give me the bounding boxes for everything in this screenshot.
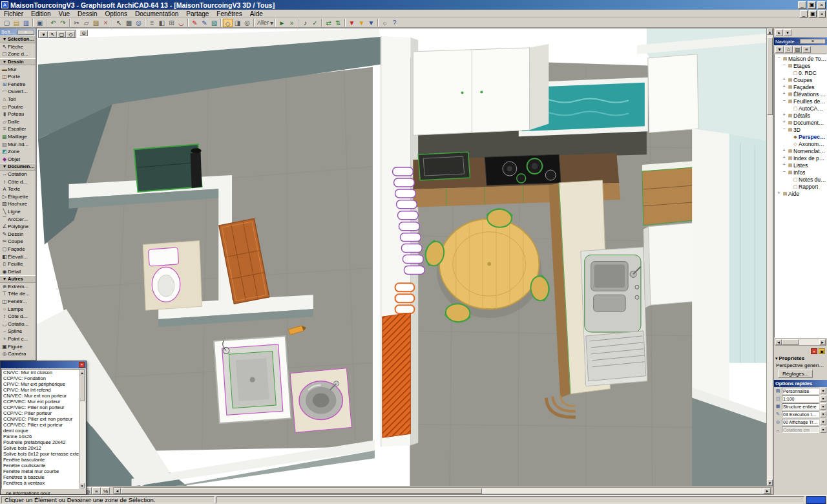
quick-option-dropdown[interactable]: Cotations cm xyxy=(782,426,819,433)
tree-expander-icon[interactable]: + xyxy=(781,162,787,168)
palette-row[interactable]: Panne 14x26 xyxy=(2,434,79,439)
label-tool[interactable]: ▷ Étiquette xyxy=(0,193,36,200)
section-tool[interactable]: ✂ Coupe xyxy=(0,238,36,246)
voice[interactable]: ♪ xyxy=(300,19,310,27)
hatch-tool[interactable]: ▨ Hachure xyxy=(0,200,36,208)
tree-expander-icon[interactable]: − xyxy=(781,98,787,104)
palette-row[interactable]: Solive bois 20x12 xyxy=(2,445,79,451)
navigator-header[interactable]: Navigateur - Plan du... × xyxy=(774,37,827,45)
palette-row[interactable]: demi coque xyxy=(2,428,79,434)
wall-head-tool[interactable]: ⊤ Tête de... xyxy=(0,290,36,298)
angle-dim-tool[interactable]: ◡ Cotatio... xyxy=(0,320,36,328)
go-dropdown[interactable]: Aller▾ xyxy=(256,19,273,27)
chevron-down-icon[interactable]: ▾ xyxy=(820,395,826,402)
select[interactable]: ↖ xyxy=(114,19,124,27)
tree-item[interactable]: + ▤ Documents 3D xyxy=(775,119,826,126)
chevron-down-icon[interactable]: ▾ xyxy=(820,403,826,410)
tree-item[interactable]: + ▤ Nomenclatures xyxy=(775,147,826,154)
object-tool[interactable]: ◆ Objet xyxy=(0,156,36,163)
palette-row[interactable]: CCN/VEC: Pilier ext non porteur xyxy=(2,416,79,422)
layout-mini[interactable]: ≡ xyxy=(92,487,101,494)
confirm[interactable]: ✓ xyxy=(310,19,320,27)
walk[interactable]: ► xyxy=(277,19,287,27)
menu-item[interactable]: Fenêtres xyxy=(213,10,246,17)
viewport-vscrollbar[interactable]: ▲ ▼ xyxy=(766,28,773,486)
scroll-left-icon[interactable]: ◄ xyxy=(775,339,782,345)
menu-item[interactable]: Dessin xyxy=(74,10,101,17)
toilet[interactable] xyxy=(143,241,202,311)
chevron-down-icon[interactable]: ▾ xyxy=(820,388,826,394)
cut[interactable]: ✂ xyxy=(72,19,81,27)
tree-expander-icon[interactable]: + xyxy=(781,77,787,83)
vscroll-thumb[interactable] xyxy=(767,37,773,115)
palette-row[interactable]: Fenêtres à bascule xyxy=(2,474,79,480)
line-tool[interactable]: ╲ Ligne xyxy=(0,208,36,216)
palette-row[interactable]: Fenêtre coulissante xyxy=(2,463,79,468)
navigator-hscrollbar[interactable]: ◄ ► xyxy=(775,339,826,346)
tree-expander-icon[interactable]: + xyxy=(781,91,787,97)
toolbar-icon[interactable] xyxy=(32,19,34,26)
tree-item[interactable]: + ▤ Détails xyxy=(775,112,826,119)
arc-tool[interactable]: ⌒ ArcCer... xyxy=(0,215,36,223)
section-view[interactable]: ◨ xyxy=(233,19,242,27)
cooktop[interactable] xyxy=(485,154,561,185)
beam-tool[interactable]: ▭ Poutre xyxy=(0,103,36,110)
fly[interactable]: » xyxy=(287,19,297,27)
detail-tool[interactable]: ◉ Détail xyxy=(0,268,36,275)
home-view[interactable]: ⌂ xyxy=(784,46,793,53)
3d-scene[interactable] xyxy=(37,28,767,487)
viewport-refresh-button[interactable]: ⊙ xyxy=(79,30,88,36)
open[interactable]: ▤ xyxy=(12,19,21,27)
mesh-tool[interactable]: ▦ Maillage xyxy=(0,133,36,141)
tree-expander-icon[interactable]: − xyxy=(781,169,787,175)
palette-row[interactable]: CCP/VEC: Mur ext porteur xyxy=(2,399,79,404)
project-chooser[interactable]: ▾ xyxy=(775,46,784,53)
palette-row[interactable]: CN/VC: Mur int cloison xyxy=(2,370,79,375)
magnet[interactable]: ◡ xyxy=(176,19,186,27)
text-tool[interactable]: A Texte xyxy=(0,185,36,193)
slab-tool[interactable]: ▱ Dalle xyxy=(0,118,36,126)
tree-item[interactable]: − ▤ Maison de Tourcoing xyxy=(775,55,826,62)
wall-end-tool[interactable]: ⊕ Extrém... xyxy=(0,283,36,291)
toolbar-icon[interactable] xyxy=(69,19,70,26)
facade-tool[interactable]: ◻ Façade xyxy=(0,246,36,253)
palette-row[interactable]: CCP/VEC: Pilier ext porteur xyxy=(2,422,79,428)
toolbar-icon[interactable] xyxy=(275,19,276,26)
toolbox-tool[interactable]: ▾ Dessin xyxy=(0,58,36,66)
zone-tool[interactable]: ◩ Zone xyxy=(0,148,36,156)
toolbar-icon[interactable] xyxy=(187,19,189,26)
zoom-level-mini[interactable]: % xyxy=(101,487,110,494)
scroll-down-icon[interactable]: ▼ xyxy=(767,479,773,486)
tree-item[interactable]: − ▤ Etages xyxy=(775,62,826,69)
save[interactable]: ▥ xyxy=(21,19,31,27)
tree-expander-icon[interactable]: − xyxy=(776,56,782,61)
nav-hscroll-thumb[interactable] xyxy=(782,339,799,345)
camera-tool[interactable]: ◎ Caméra xyxy=(0,350,36,358)
toolbar-icon[interactable] xyxy=(377,19,379,26)
quick-option-dropdown[interactable]: 1:100 xyxy=(782,395,819,402)
wall-cabinet-right[interactable] xyxy=(642,161,695,226)
scroll-up-icon[interactable]: ▲ xyxy=(79,370,85,375)
quick-option-dropdown[interactable]: 03 Exécution Impression xyxy=(782,411,819,417)
drawing-tool[interactable]: ✎ Dessin xyxy=(0,230,36,238)
tree-item[interactable]: − ▤ Feuilles de travail xyxy=(775,98,826,105)
teamwork-send[interactable]: ⇄ xyxy=(324,19,333,27)
new[interactable]: ▢ xyxy=(2,19,12,27)
map-view[interactable]: ▤ xyxy=(793,46,802,53)
toolbox-tool[interactable]: ▾ Autres xyxy=(0,275,36,283)
paste[interactable]: ▨ xyxy=(91,19,101,27)
shower[interactable] xyxy=(214,336,291,423)
toolbar-icon[interactable] xyxy=(321,19,322,26)
toolbar-icon[interactable] xyxy=(220,19,222,26)
elevation-dim-tool[interactable]: ↕ Côte d... xyxy=(0,313,36,320)
tree-expander-icon[interactable]: − xyxy=(781,63,787,68)
oven[interactable] xyxy=(418,152,470,180)
toolbox-tool[interactable]: ▾ Sélectionner xyxy=(0,36,36,43)
lamp-tool[interactable]: ○ Lampe xyxy=(0,305,36,313)
mdi-restore-button[interactable]: ▣ xyxy=(809,10,817,17)
maximize-button[interactable]: ▣ xyxy=(808,1,816,9)
door-tool[interactable]: ◫ Porte xyxy=(0,73,36,81)
dock-down-icon[interactable]: ▾ xyxy=(784,29,791,36)
figure-tool[interactable]: ▣ Figure xyxy=(0,342,36,350)
palette-row[interactable]: CP/VC: Mur int refend xyxy=(2,387,79,393)
